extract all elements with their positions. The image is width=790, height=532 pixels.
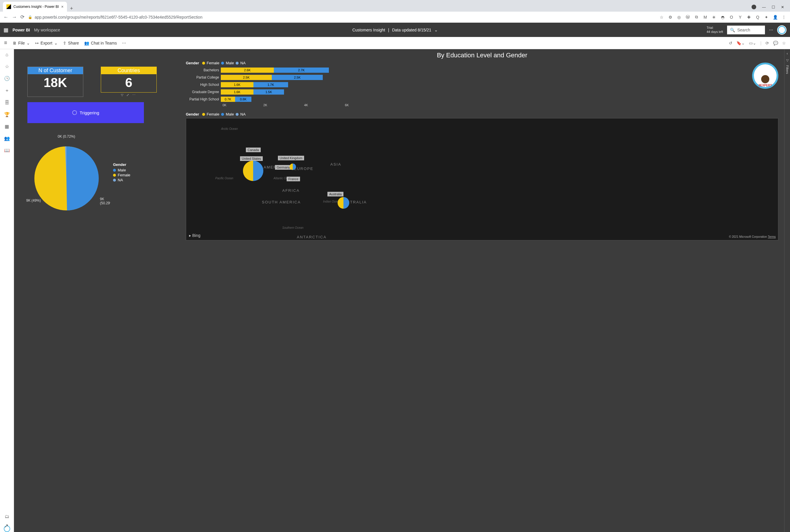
nav-apps-icon[interactable]: ▦ (5, 124, 9, 129)
map-tag-us[interactable]: United States (240, 156, 263, 161)
card-value: 18K (28, 74, 83, 92)
more-icon[interactable]: ⋯ (769, 27, 773, 32)
ext-profile-icon[interactable]: 👤 (773, 15, 778, 20)
chevron-down-icon: ⌄ (26, 41, 30, 45)
teams-icon: 👥 (84, 41, 89, 45)
search-input[interactable]: 🔍 Search (727, 25, 765, 34)
bing-logo: ▸ Bing (189, 233, 200, 238)
pie-label-male: 9K(50.29%) (100, 197, 110, 205)
app-launcher-icon[interactable]: ▦ (3, 27, 8, 33)
map-tag-france[interactable]: France (287, 177, 300, 181)
trial-badge[interactable]: Trial: 44 days left (707, 26, 723, 34)
ext-bug-icon[interactable]: ⛯ (711, 15, 717, 20)
pie-legend: Gender Male Female NA (113, 163, 130, 183)
nav-favorites-icon[interactable]: ☆ (5, 64, 9, 69)
bar-chart[interactable]: Bachelors2.6K2.7KPartial College2.5K2.5K… (186, 67, 778, 102)
minimize-icon[interactable]: — (762, 5, 766, 9)
visual-toolbar[interactable]: ▽ ⤢ ⋯ (101, 93, 157, 97)
maximize-icon[interactable]: ☐ (772, 5, 775, 9)
nav-datasets-icon[interactable]: 🗄 (5, 100, 9, 106)
refresh-icon[interactable]: ⟳ (766, 41, 769, 45)
comment-icon[interactable]: 💬 (773, 41, 778, 45)
powerbi-favicon (6, 4, 11, 9)
ext-q-icon[interactable]: Q (755, 15, 760, 20)
workspace-label[interactable]: My workspace (34, 27, 60, 32)
file-menu[interactable]: 🗎File⌄ (13, 41, 30, 45)
bar-row: Bachelors2.6K2.7K (186, 67, 778, 73)
close-window-icon[interactable]: ✕ (781, 5, 784, 9)
bar-legend: Gender Female Male NA (186, 61, 778, 65)
url-text: app.powerbi.com/groups/me/reports/f621e6… (35, 15, 202, 19)
brand-label[interactable]: Power BI (13, 27, 30, 32)
ext-camera-icon[interactable]: ◎ (676, 15, 682, 20)
star-icon[interactable]: ☆ (659, 15, 664, 20)
share-button[interactable]: ⇪Share (63, 41, 79, 45)
favorite-icon[interactable]: ☆ (782, 41, 786, 45)
chevron-down-icon[interactable]: ⌄ (434, 27, 438, 32)
left-nav: ⌂ ☆ 🕓 ＋ 🗄 🏆 ▦ 👥 📖 🗂 ↗ (0, 49, 14, 532)
nav-workspaces-icon[interactable]: 🗂 (5, 514, 9, 519)
back-icon[interactable]: ← (3, 14, 8, 20)
ext-m-icon[interactable]: M (703, 15, 708, 20)
browser-menu-icon[interactable]: ⋮ (781, 15, 787, 20)
more-actions-icon[interactable]: ⋯ (122, 41, 126, 45)
ext-code-icon[interactable]: ⧉ (694, 15, 699, 20)
nav-learn-icon[interactable]: 📖 (4, 148, 10, 153)
bar-row: Graduate Degree1.6K1.5K (186, 89, 778, 95)
map-legend: Gender Female Male NA (186, 112, 778, 116)
nav-shared-icon[interactable]: 👥 (4, 136, 10, 141)
map-tag-uk[interactable]: United Kingdom (278, 156, 304, 160)
view-icon[interactable]: ▭⌄ (749, 41, 756, 45)
nav-create-icon[interactable]: ＋ (5, 88, 9, 94)
lock-icon: 🔒 (28, 15, 32, 19)
forward-icon[interactable]: → (12, 14, 17, 20)
report-name: Customers Insight (352, 27, 385, 32)
map-tag-australia[interactable]: Australia (327, 192, 344, 196)
map-tag-canada[interactable]: Canada (246, 148, 261, 152)
url-field[interactable]: 🔒 app.powerbi.com/groups/me/reports/f621… (28, 15, 202, 19)
ext-gear-icon[interactable]: ⚙ (668, 15, 673, 20)
chevron-down-icon: ⌄ (54, 41, 58, 45)
address-bar: ← → ⟳ 🔒 app.powerbi.com/groups/me/report… (0, 12, 790, 23)
close-tab-icon[interactable]: × (61, 4, 63, 9)
card-value: 6 (101, 74, 157, 92)
nav-recent-icon[interactable]: 🕓 (4, 76, 10, 81)
map-tag-germany[interactable]: Germany (275, 165, 292, 170)
card-countries[interactable]: Countries 6 (101, 66, 157, 93)
bookmark-icon[interactable]: 🔖⌄ (736, 41, 745, 45)
card-customers[interactable]: N of Customer 18K (27, 66, 83, 97)
powerbi-header: ▦ Power BI My workspace Customers Insigh… (0, 23, 790, 37)
nav-expand-icon[interactable]: ↗ (4, 523, 8, 529)
bar-row: Partial High School0.7K0.8K (186, 96, 778, 102)
expert-logo: 9EXPERT (752, 62, 778, 89)
ext-plus-icon[interactable]: ✚ (746, 15, 752, 20)
chat-teams-button[interactable]: 👥Chat in Teams (84, 41, 117, 45)
hamburger-icon[interactable]: ≡ (4, 40, 7, 46)
bar-chart-title: By Education Level and Gender (186, 52, 778, 59)
export-menu[interactable]: ↦Export⌄ (35, 41, 57, 45)
card-title: N of Customer (28, 67, 83, 74)
trigger-button[interactable]: Triggering (27, 102, 144, 123)
map-credit: © 2021 Microsoft Corporation Terms (729, 235, 776, 239)
avatar[interactable] (777, 25, 787, 35)
data-updated[interactable]: Data updated 8/15/21 (392, 27, 431, 32)
pie-label-na: 0K (0.72%) (58, 134, 75, 138)
browser-tab-strip: Customers Insight - Power BI × + — ☐ ✕ (0, 0, 790, 12)
ext-puzzle-icon[interactable]: ✦ (764, 15, 769, 20)
bar-row: High School1.6K1.7K (186, 81, 778, 88)
ext-shield-icon[interactable]: ◓ (720, 15, 725, 20)
reload-icon[interactable]: ⟳ (20, 14, 24, 20)
browser-tab[interactable]: Customers Insight - Power BI × (3, 2, 67, 12)
ext-y-icon[interactable]: Y (738, 15, 743, 20)
new-tab-button[interactable]: + (67, 5, 76, 12)
nav-home-icon[interactable]: ⌂ (5, 52, 8, 57)
window-controls: — ☐ ✕ (746, 5, 790, 12)
reset-icon[interactable]: ↺ (729, 41, 732, 45)
ext-w-icon[interactable]: Ⓦ (685, 15, 691, 20)
filters-pane-collapsed[interactable]: ‹ ▽ Filters (784, 49, 790, 532)
ext-o-icon[interactable]: O (729, 15, 734, 20)
nav-goals-icon[interactable]: 🏆 (4, 112, 10, 117)
map-visual[interactable]: Arctic Ocean Pacific Ocean Atlantic Ocea… (186, 118, 778, 241)
action-bar: ≡ 🗎File⌄ ↦Export⌄ ⇪Share 👥Chat in Teams … (0, 37, 790, 49)
filters-funnel-icon: ▽ (786, 58, 789, 62)
